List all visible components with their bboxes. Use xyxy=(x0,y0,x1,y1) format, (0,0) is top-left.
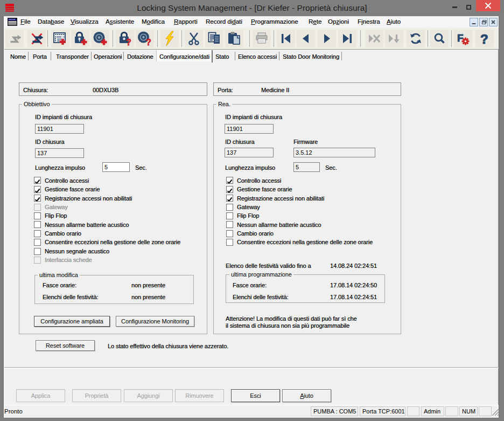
svg-text:?: ? xyxy=(146,38,151,47)
svg-text:?: ? xyxy=(480,32,488,46)
svg-text:?: ? xyxy=(126,38,131,47)
